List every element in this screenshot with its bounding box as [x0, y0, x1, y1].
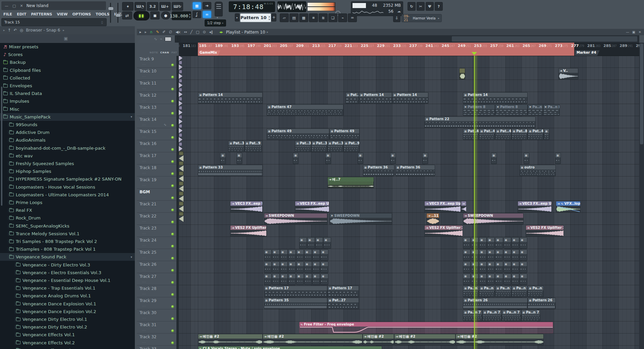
pedal-icon[interactable] — [215, 2, 223, 16]
track-header[interactable]: Track 10... — [137, 68, 176, 80]
browser-item[interactable]: ├99Sounds — [0, 121, 135, 129]
clip-cell-pattern[interactable]: ≡ — [323, 237, 331, 249]
clip-fadegray[interactable]: ⇥V.. — [558, 68, 578, 80]
clip-awave[interactable]: ⇥메인음 #2 — [455, 334, 544, 345]
track-options[interactable]: ... — [142, 280, 146, 283]
browser-item[interactable]: Envelopes — [0, 82, 135, 90]
metronome-icon[interactable]: 3.2 — [147, 2, 158, 11]
menu-view[interactable]: VIEW — [57, 12, 67, 16]
clip-pat[interactable]: ≡ — [544, 129, 549, 140]
track-options[interactable]: ... — [142, 122, 146, 126]
browser-item[interactable]: ├Prime Loops — [0, 199, 135, 206]
clip-cell-pattern[interactable]: ≡ — [296, 249, 304, 261]
clip-cell-pattern[interactable]: ≡ — [320, 249, 328, 261]
sync-icon[interactable]: ↻ — [408, 2, 416, 11]
clip-mini-pattern[interactable]: ≡ — [491, 153, 497, 164]
playlist-minimize-icon[interactable]: — — [626, 30, 629, 34]
browser-item[interactable]: ├Vengeance Dance Explosion Vol.1 — [0, 300, 135, 308]
oscilloscope[interactable] — [277, 1, 306, 12]
browser-item[interactable]: ├Rock_Drum — [0, 214, 135, 222]
clip-cell-pattern[interactable]: ≡ — [463, 249, 471, 261]
track-header[interactable]: Track 29... — [137, 297, 176, 309]
bpm-display[interactable]: 138.000 ▲▼ — [172, 11, 191, 20]
pack-bar[interactable]: 09-21 Harmor Veela Pack ▸ — [401, 14, 442, 22]
track-mute-led[interactable] — [171, 88, 174, 90]
clip-cell-pattern[interactable]: ≡ — [479, 249, 487, 261]
track-mute-led[interactable] — [171, 221, 174, 223]
track-header[interactable]: Track 16... — [137, 140, 176, 152]
browser-item[interactable]: ├Freshly Squeezed Samples — [0, 160, 135, 167]
clip-cell-pattern[interactable]: ≡ — [520, 261, 527, 273]
slice-tool-icon[interactable]: ╱ — [190, 30, 193, 34]
lane-row[interactable] — [179, 237, 639, 249]
select-tool-icon[interactable]: ▢ — [196, 30, 199, 34]
clip-cell-pattern[interactable]: ≡ — [307, 237, 315, 249]
clip-cell-pattern[interactable]: ≡ — [304, 249, 312, 261]
clip-cell-pattern[interactable]: ≡ — [512, 237, 519, 249]
track-header[interactable]: Track 28... — [137, 285, 176, 297]
lane-row[interactable] — [179, 189, 639, 201]
track-options[interactable]: ... — [142, 110, 146, 114]
clip-pat[interactable]: ≡outro — [520, 165, 556, 176]
pencil-tool-icon[interactable]: ✎ — [156, 30, 159, 34]
clip-pat[interactable]: ≡Pa..n 7 — [482, 310, 502, 321]
track-mute-led[interactable] — [171, 76, 174, 78]
pedal-caret-icon[interactable]: ▾ — [217, 16, 218, 19]
track-mute-led[interactable] — [171, 330, 174, 332]
browser-item[interactable]: ├AudioAnimals — [0, 136, 135, 144]
browser-item[interactable]: ♬Mixer presets — [0, 43, 135, 51]
lane-row[interactable] — [179, 56, 639, 68]
browser-item[interactable]: ├Vengeance Analog Drums Vol.1 — [0, 292, 135, 300]
clip-cla[interactable]: ∿CLA Vocals Stereo - Mute / solo envelop… — [198, 346, 382, 349]
clip-cell-pattern[interactable]: ≡ — [320, 273, 328, 285]
browser-item[interactable]: ├Vengeance Sound Pack▾ — [0, 253, 135, 261]
clip-pat[interactable]: ≡Pattern 14 — [463, 92, 528, 104]
track-options[interactable]: ... — [142, 98, 146, 102]
clip-cell-pattern[interactable]: ≡ — [463, 273, 471, 285]
browser-item[interactable]: ├Hiphop Samples — [0, 167, 135, 175]
track-header[interactable]: Track 15... — [137, 128, 176, 140]
track-header[interactable]: Track 11... — [137, 80, 176, 92]
clip-adownx[interactable]: ✕SWEEPDOWN — [329, 213, 392, 225]
browser-item[interactable]: Impulses — [0, 97, 135, 105]
clip-patx[interactable]: ✕Pa..n 8 — [543, 104, 560, 116]
plugin-picker-icon[interactable]: ⌁ — [338, 13, 347, 22]
clip-pat[interactable]: ≡Pat..9 — [245, 141, 262, 152]
lane-row[interactable] — [179, 285, 639, 297]
track-options[interactable]: ... — [142, 316, 146, 319]
clip-cell-pattern[interactable]: ≡ — [296, 273, 304, 285]
track-mute-led[interactable] — [171, 172, 174, 175]
clip-aup[interactable]: ⇥VEC3 FX..eep Up 24 — [518, 201, 552, 212]
track-header[interactable]: Track 13... — [137, 104, 176, 116]
master-pitch-slider[interactable] — [117, 3, 118, 23]
track-header[interactable]: Track 27... — [137, 273, 176, 285]
track-mute-led[interactable] — [171, 257, 174, 259]
browser-item[interactable]: ├Vengeance - Electro Essentials Vol.3 — [0, 269, 135, 277]
clip-cell-pattern[interactable]: ≡ — [296, 261, 304, 273]
cut-icon[interactable]: ✂ — [417, 2, 425, 11]
track-header[interactable]: Track 25... — [137, 249, 176, 261]
clip-pat[interactable]: ≡Pattern 36 — [363, 165, 394, 176]
master-volume-handle[interactable] — [108, 7, 114, 10]
track-header[interactable]: Track 22... — [137, 213, 176, 225]
browser-item[interactable]: ├Vengeance Effects vol.3 — [0, 347, 135, 349]
clip-cell-pattern[interactable]: ≡ — [503, 237, 511, 249]
menu-options[interactable]: OPTIONS — [72, 12, 91, 16]
typing-to-piano-button[interactable]: ʆ — [193, 11, 201, 18]
track-mute-led[interactable] — [171, 160, 174, 163]
clip-pat[interactable]: ≡Pattern 33 — [198, 165, 263, 176]
clip-cell-pattern[interactable]: ≡ — [479, 237, 487, 249]
track-header[interactable]: Track 21... — [137, 201, 176, 213]
mute-tool-icon[interactable]: ◀x — [175, 30, 180, 34]
track-options[interactable]: ... — [142, 147, 146, 150]
clip-astripe[interactable]: ⇥메..7 — [327, 177, 374, 188]
browser-toggle-icon[interactable]: ⌗ — [309, 13, 318, 22]
pattern-mode-button[interactable]: ▦ — [193, 2, 201, 9]
magnet-icon[interactable]: ∩ — [150, 30, 153, 34]
mic-icon[interactable]: Ψ — [426, 2, 434, 11]
clip-pat[interactable]: ≡Pattern 49 — [267, 129, 329, 140]
menu-tools[interactable]: TOOLS — [96, 12, 109, 16]
track-header[interactable]: Track 14...∿ — [137, 116, 176, 128]
clip-cell-pattern[interactable]: ≡ — [264, 249, 272, 261]
clip-cell-pattern[interactable]: ≡ — [487, 249, 495, 261]
